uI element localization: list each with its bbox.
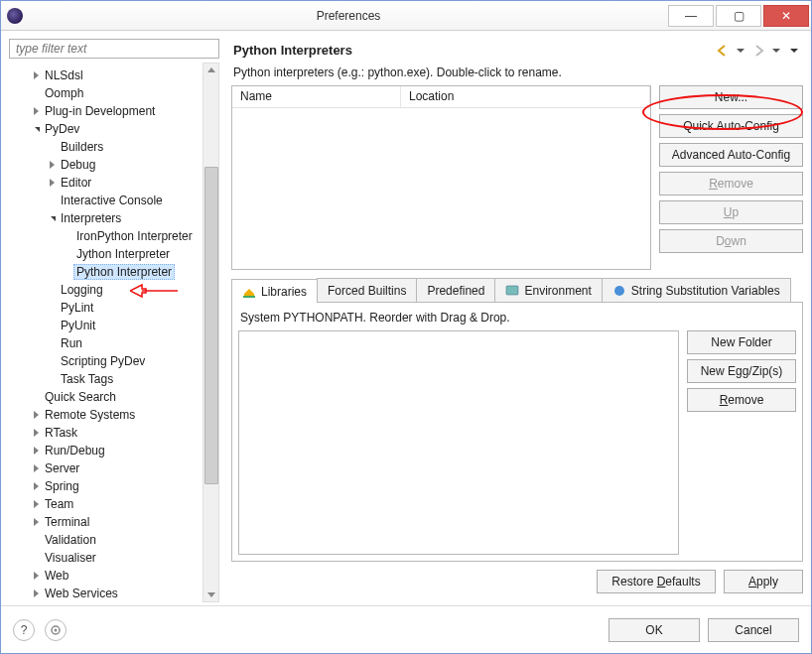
back-menu-icon[interactable] (734, 44, 747, 58)
tree-node[interactable]: Run/Debug (9, 442, 203, 459)
new-button[interactable]: New... (659, 85, 803, 109)
cancel-button[interactable]: Cancel (708, 618, 799, 642)
pythonpath-buttons: New Folder New Egg/Zip(s) Remove (687, 330, 796, 555)
svg-rect-1 (243, 296, 255, 298)
tree-node[interactable]: Jython Interpreter (9, 245, 203, 263)
forward-icon[interactable] (751, 44, 765, 58)
tree-node[interactable]: Web (9, 567, 203, 585)
column-name[interactable]: Name (232, 86, 401, 107)
tree-node[interactable]: Quick Search (9, 388, 203, 406)
tree-node[interactable]: Interactive Console (9, 192, 203, 209)
expand-icon[interactable] (31, 106, 41, 116)
tree-node-label: Team (44, 497, 74, 511)
tree-node-label: PyLint (60, 301, 94, 315)
collapse-icon[interactable] (47, 213, 57, 223)
tree-scrollbar[interactable] (203, 63, 219, 602)
page-title: Python Interpreters (233, 43, 352, 58)
tree-node[interactable]: Python Interpreter (9, 263, 203, 281)
restore-defaults-button[interactable]: Restore Defaults (597, 570, 716, 593)
tree-node[interactable]: Remote Systems (9, 406, 203, 424)
tree-node-label: NLSdsl (44, 68, 84, 82)
down-button[interactable]: Down (659, 229, 803, 253)
preferences-tree[interactable]: NLSdslOomphPlug-in DevelopmentPyDevBuild… (9, 63, 203, 602)
tree-node[interactable]: Interpreters (9, 209, 203, 227)
apply-button[interactable]: Apply (724, 570, 803, 593)
tree-node[interactable]: NLSdsl (9, 66, 203, 84)
tree-node[interactable]: PyLint (9, 299, 203, 317)
right-pane: Python Interpreters (223, 39, 803, 597)
tree-node-label: Builders (60, 140, 104, 154)
footer-left: ? (13, 619, 67, 641)
expand-icon[interactable] (31, 481, 41, 491)
quick-auto-config-button[interactable]: Quick Auto-Config (659, 114, 803, 138)
filter-input[interactable] (9, 39, 219, 59)
back-icon[interactable] (716, 44, 730, 58)
tree-node[interactable]: Editor (9, 174, 203, 192)
tree-node-label: IronPython Interpreter (75, 229, 194, 243)
tree-node[interactable]: Terminal (9, 513, 203, 531)
tree-node[interactable]: Web Services (9, 585, 203, 602)
minimize-button[interactable]: — (668, 5, 714, 27)
expand-icon[interactable] (31, 446, 41, 456)
tree-node[interactable]: Scripting PyDev (9, 352, 203, 370)
tab-forced-label: Forced Builtins (328, 284, 406, 298)
expand-icon[interactable] (31, 70, 41, 80)
tabpage-libraries: System PYTHONPATH. Reorder with Drag & D… (231, 302, 803, 562)
tree-node[interactable]: Visualiser (9, 549, 203, 567)
tree-node[interactable]: Builders (9, 138, 203, 156)
scrollbar-thumb[interactable] (204, 167, 218, 484)
tree-node[interactable]: Team (9, 495, 203, 513)
tree-node[interactable]: Debug (9, 156, 203, 174)
tree-node[interactable]: IronPython Interpreter (9, 227, 203, 245)
tree-node[interactable]: PyDev (9, 120, 203, 138)
expand-icon[interactable] (31, 589, 41, 598)
close-button[interactable]: ✕ (763, 5, 809, 27)
tree-node[interactable]: Spring (9, 477, 203, 495)
expand-icon[interactable] (47, 178, 57, 188)
expand-icon[interactable] (31, 571, 41, 581)
pythonpath-hint: System PYTHONPATH. Reorder with Drag & D… (238, 309, 796, 330)
remove-path-button[interactable]: Remove (687, 388, 796, 412)
view-menu-icon[interactable] (787, 44, 801, 58)
interpreter-table[interactable]: Name Location (231, 85, 651, 270)
column-location[interactable]: Location (401, 86, 650, 107)
tab-environment[interactable]: Environment (494, 278, 602, 302)
tab-forced-builtins[interactable]: Forced Builtins (317, 278, 417, 302)
right-header: Python Interpreters (231, 39, 803, 64)
tree-node[interactable]: PyUnit (9, 317, 203, 334)
help-icon[interactable]: ? (13, 619, 35, 641)
tree-node[interactable]: RTask (9, 424, 203, 442)
tree-node[interactable]: Logging (9, 281, 203, 299)
tree-node[interactable]: Task Tags (9, 370, 203, 388)
tree-node[interactable]: Run (9, 334, 203, 352)
new-folder-button[interactable]: New Folder (687, 330, 796, 354)
tree-node-label: Oomph (44, 86, 84, 100)
tab-libraries[interactable]: Libraries (231, 279, 318, 303)
tree-node[interactable]: Validation (9, 531, 203, 549)
tree-node[interactable]: Oomph (9, 84, 203, 102)
tab-string-substitution[interactable]: String Substitution Variables (602, 278, 791, 302)
new-egg-button[interactable]: New Egg/Zip(s) (687, 359, 796, 383)
expand-icon[interactable] (31, 463, 41, 473)
expand-icon[interactable] (31, 499, 41, 509)
tab-predefined[interactable]: Predefined (416, 278, 495, 302)
tree-node-label: Web Services (44, 587, 119, 600)
ok-button[interactable]: OK (609, 618, 700, 642)
tree-node[interactable]: Plug-in Development (9, 102, 203, 120)
expand-icon[interactable] (31, 428, 41, 438)
pythonpath-list[interactable] (238, 330, 679, 555)
import-export-icon[interactable] (45, 619, 67, 641)
up-button[interactable]: Up (659, 200, 803, 224)
remove-interpreter-button[interactable]: Remove (659, 172, 803, 196)
expand-icon[interactable] (31, 410, 41, 420)
tree-node-label: Interpreters (60, 211, 122, 225)
maximize-button[interactable]: ▢ (716, 5, 761, 27)
tree-node[interactable]: Server (9, 459, 203, 477)
expand-icon[interactable] (31, 517, 41, 527)
expand-icon[interactable] (47, 160, 57, 170)
variable-icon (612, 284, 626, 298)
advanced-auto-config-button[interactable]: Advanced Auto-Config (659, 143, 803, 167)
forward-menu-icon[interactable] (769, 44, 783, 58)
svg-rect-2 (506, 286, 518, 295)
collapse-icon[interactable] (31, 124, 41, 134)
